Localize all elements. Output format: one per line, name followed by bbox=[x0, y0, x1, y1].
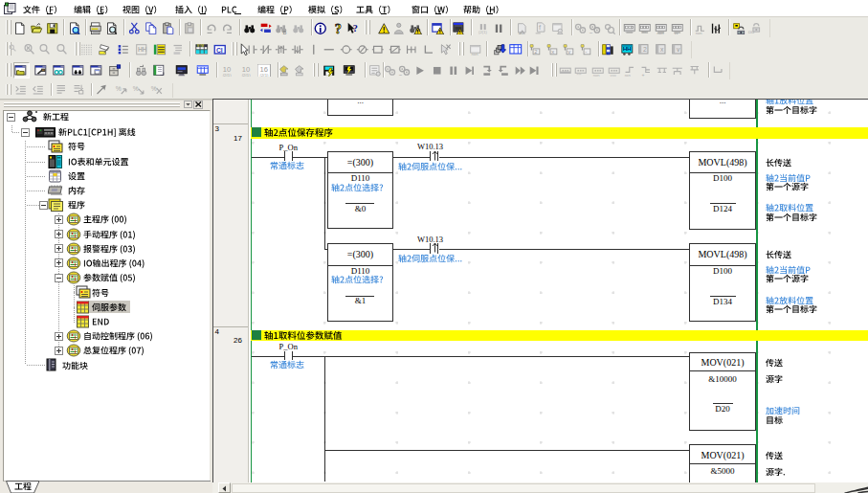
svg-text:%: % bbox=[151, 85, 157, 92]
svg-text:***: *** bbox=[577, 73, 582, 77]
svg-text:***: *** bbox=[511, 43, 516, 48]
svg-text:non: non bbox=[696, 31, 703, 34]
svg-text:(2(1): (2(1) bbox=[479, 30, 487, 34]
svg-text:B: B bbox=[283, 29, 287, 34]
svg-text:(2(1): (2(1) bbox=[242, 72, 251, 77]
svg-text:non: non bbox=[657, 31, 665, 34]
svg-text:vvv: vvv bbox=[611, 73, 617, 77]
svg-text:?: ? bbox=[353, 23, 358, 34]
svg-text:non: non bbox=[593, 73, 601, 77]
svg-text:%: % bbox=[133, 85, 139, 92]
svg-text:oo: oo bbox=[748, 29, 755, 34]
svg-text:oo: oo bbox=[519, 30, 524, 34]
svg-text:ron: ron bbox=[625, 73, 632, 77]
svg-text:H: H bbox=[143, 46, 147, 53]
svg-text:?: ? bbox=[335, 22, 342, 35]
svg-text:(2(1): (2(1) bbox=[223, 72, 232, 77]
svg-text:2: 2 bbox=[643, 46, 647, 53]
svg-text:-: - bbox=[586, 49, 588, 55]
svg-text:+: + bbox=[642, 72, 645, 77]
svg-text:x: x bbox=[552, 49, 555, 55]
svg-text:~: ~ bbox=[399, 71, 403, 77]
svg-text:~: ~ bbox=[590, 29, 593, 34]
svg-text:CI: CI bbox=[216, 46, 223, 53]
svg-text:v: v bbox=[568, 49, 571, 55]
svg-text:HH: HH bbox=[623, 46, 632, 52]
svg-text:2: 2 bbox=[535, 49, 538, 55]
svg-text:(2(1): (2(1) bbox=[260, 72, 269, 77]
svg-text:***: *** bbox=[642, 31, 647, 34]
svg-text:non: non bbox=[472, 52, 479, 56]
svg-text:%: % bbox=[116, 85, 122, 92]
